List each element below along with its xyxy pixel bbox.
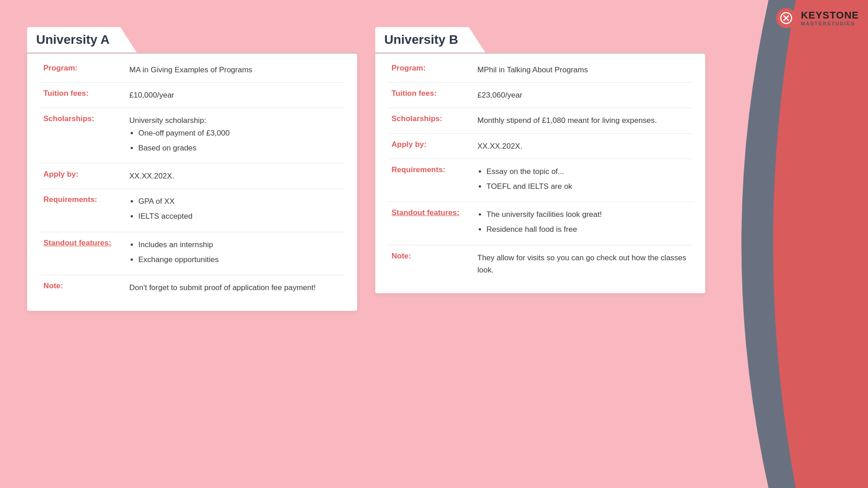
university-a-requirements-row: Requirements: GPA of XX IELTS accepted — [40, 189, 344, 232]
university-a-apply-label: Apply by: — [43, 170, 129, 179]
logo-text: KEYSTONE MASTERSTUDIES — [801, 10, 859, 26]
logo-area: KEYSTONE MASTERSTUDIES — [776, 8, 859, 28]
university-a-req-item-1: GPA of XX — [138, 195, 341, 207]
university-a-requirements-label: Requirements: — [43, 195, 129, 204]
university-a-tuition-row: Tuition fees: £10,000/year — [40, 83, 344, 108]
university-a-scholarship-item-2: Based on grades — [138, 142, 341, 154]
university-a-scholarships-row: Scholarships: University scholarship: On… — [40, 108, 344, 164]
university-b-tuition-label: Tuition fees: — [392, 89, 477, 98]
university-a-standout-item-2: Exchange opportunities — [138, 253, 341, 266]
university-a-standout-row: Standout features: Includes an internshi… — [40, 232, 344, 275]
university-a-tuition-value: £10,000/year — [129, 89, 341, 101]
university-b-requirements-row: Requirements: Essay on the topic of... T… — [388, 159, 693, 202]
university-b-divider — [375, 52, 705, 54]
logo-masterstudies-label: MASTERSTUDIES — [801, 21, 859, 26]
university-b-note-label: Note: — [392, 252, 477, 261]
university-b-title-tab: University B — [375, 27, 485, 52]
university-a-divider — [27, 52, 357, 54]
university-a-note-label: Note: — [43, 282, 129, 291]
university-a-card-body: Program: MA in Giving Examples of Progra… — [27, 54, 357, 311]
university-a-note-value: Don't forget to submit proof of applicat… — [129, 282, 341, 294]
university-b-program-row: Program: MPhil in Talking About Programs — [388, 57, 693, 83]
university-b-tuition-row: Tuition fees: £23,060/year — [388, 83, 693, 108]
university-a-scholarships-prefix: University scholarship: — [129, 116, 206, 125]
university-b-apply-row: Apply by: XX.XX.202X. — [388, 134, 693, 159]
university-b-standout-label: Standout features: — [392, 208, 477, 217]
university-a-tuition-label: Tuition fees: — [43, 89, 129, 98]
university-b-program-label: Program: — [392, 64, 477, 73]
university-b-card-body: Program: MPhil in Talking About Programs… — [375, 54, 705, 293]
university-a-program-row: Program: MA in Giving Examples of Progra… — [40, 57, 344, 83]
university-a-req-item-2: IELTS accepted — [138, 210, 341, 222]
university-b-program-value: MPhil in Talking About Programs — [477, 64, 689, 76]
university-a-title: University A — [36, 33, 109, 47]
university-a-requirements-value: GPA of XX IELTS accepted — [129, 195, 341, 225]
university-b-req-item-1: Essay on the topic of... — [486, 165, 689, 178]
university-a-scholarships-value: University scholarship: One-off payment … — [129, 114, 341, 157]
university-a-apply-value: XX.XX.202X. — [129, 170, 341, 182]
university-b-scholarships-row: Scholarships: Monthly stipend of £1,080 … — [388, 108, 693, 133]
university-b-req-item-2: TOEFL and IELTS are ok — [486, 180, 689, 192]
university-a-standout-label: Standout features: — [43, 239, 129, 248]
university-a-scholarship-item-1: One-off payment of £3,000 — [138, 127, 341, 139]
university-a-standout-value: Includes an internship Exchange opportun… — [129, 239, 341, 268]
university-b-requirements-value: Essay on the topic of... TOEFL and IELTS… — [477, 165, 689, 195]
university-a-program-value: MA in Giving Examples of Programs — [129, 64, 341, 76]
university-b-note-value: They allow for visits so you can go chec… — [477, 252, 689, 276]
university-b-standout-row: Standout features: The university facili… — [388, 202, 693, 245]
university-b-apply-label: Apply by: — [392, 140, 477, 149]
columns-wrapper: University A Program: MA in Giving Examp… — [0, 27, 868, 311]
university-b-standout-item-2: Residence hall food is free — [486, 223, 689, 235]
university-a-title-tab: University A — [27, 27, 137, 52]
university-b-container: University B Program: MPhil in Talking A… — [375, 27, 705, 311]
university-a-container: University A Program: MA in Giving Examp… — [27, 27, 357, 311]
university-b-apply-value: XX.XX.202X. — [477, 140, 689, 152]
university-b-note-row: Note: They allow for visits so you can g… — [388, 245, 693, 282]
university-a-scholarships-label: Scholarships: — [43, 114, 129, 123]
university-b-standout-item-1: The university facilities look great! — [486, 208, 689, 221]
university-a-note-row: Note: Don't forget to submit proof of ap… — [40, 275, 344, 300]
university-a-program-label: Program: — [43, 64, 129, 73]
university-a-standout-item-1: Includes an internship — [138, 239, 341, 251]
university-b-requirements-label: Requirements: — [392, 165, 477, 174]
university-b-title: University B — [384, 33, 458, 47]
logo-keystone-label: KEYSTONE — [801, 10, 859, 21]
university-b-scholarships-label: Scholarships: — [392, 114, 477, 123]
university-a-apply-row: Apply by: XX.XX.202X. — [40, 164, 344, 189]
university-b-standout-value: The university facilities look great! Re… — [477, 208, 689, 238]
logo-icon — [776, 8, 796, 28]
university-b-scholarships-value: Monthly stipend of £1,080 meant for livi… — [477, 114, 689, 127]
university-b-tuition-value: £23,060/year — [477, 89, 689, 101]
